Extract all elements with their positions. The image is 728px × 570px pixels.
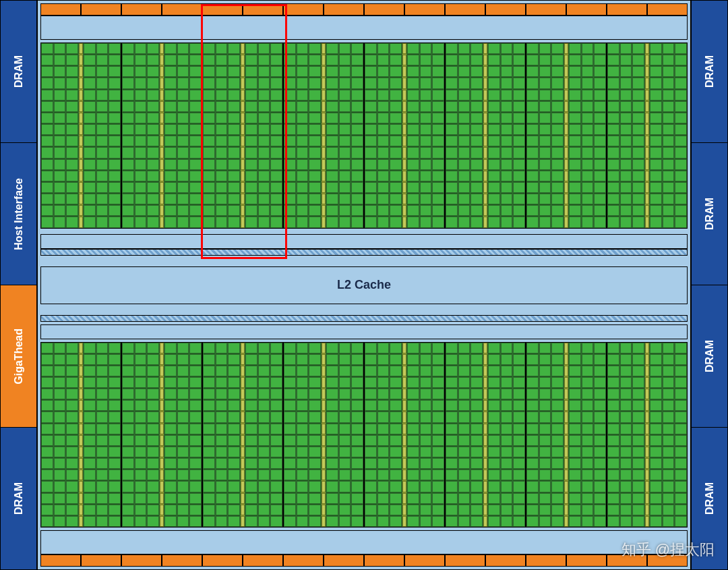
cuda-core xyxy=(650,113,662,123)
cuda-core xyxy=(109,136,121,146)
cuda-core xyxy=(377,411,390,422)
ldst-unit xyxy=(79,411,83,422)
cuda-core xyxy=(41,43,53,54)
cuda-core xyxy=(365,469,377,480)
cuda-core xyxy=(54,481,66,492)
cuda-core xyxy=(501,447,513,457)
cuda-core xyxy=(216,101,228,112)
ldst-unit xyxy=(564,493,568,504)
cuda-core xyxy=(432,136,444,146)
cuda-core xyxy=(297,458,309,469)
sm-core-column xyxy=(594,43,606,228)
cuda-core xyxy=(620,481,632,492)
cuda-core xyxy=(390,136,402,146)
cuda-core xyxy=(177,389,189,399)
cuda-core xyxy=(228,447,240,457)
cuda-core xyxy=(458,458,471,469)
cuda-core xyxy=(420,171,432,181)
memory-controller-bar-top xyxy=(40,3,688,16)
cuda-core xyxy=(258,424,270,434)
cuda-core xyxy=(270,55,282,65)
cuda-core xyxy=(270,66,282,77)
cuda-core xyxy=(526,205,539,216)
cuda-core xyxy=(594,354,606,365)
gigathread-label: GigaThead xyxy=(13,329,25,384)
gpc-half-top xyxy=(38,1,690,258)
cuda-core xyxy=(135,469,147,480)
ldst-unit xyxy=(160,400,164,411)
cuda-core xyxy=(177,458,189,469)
cuda-core xyxy=(284,411,296,422)
cuda-core xyxy=(582,90,594,101)
cuda-core xyxy=(407,400,419,411)
sm-core-column xyxy=(365,343,377,528)
cuda-core xyxy=(339,400,351,411)
cuda-core xyxy=(471,194,483,204)
ldst-unit xyxy=(645,147,649,158)
cuda-core xyxy=(551,43,564,54)
mem-segment xyxy=(202,3,243,16)
cuda-core xyxy=(41,389,53,399)
cuda-core xyxy=(650,424,662,434)
ldst-unit xyxy=(160,124,164,135)
cuda-core xyxy=(407,469,419,480)
cuda-core xyxy=(632,66,644,77)
ldst-unit xyxy=(564,447,568,457)
cuda-core xyxy=(189,194,202,204)
sm-ldst-column xyxy=(79,343,83,528)
cuda-core xyxy=(284,366,296,376)
cuda-core xyxy=(326,113,338,123)
cuda-core xyxy=(122,182,134,193)
cuda-core xyxy=(258,516,270,527)
cuda-core xyxy=(41,447,53,457)
cuda-core xyxy=(582,43,594,54)
cuda-core xyxy=(189,469,202,480)
ldst-unit xyxy=(645,505,649,515)
cuda-core xyxy=(407,194,419,204)
cuda-core xyxy=(84,343,96,353)
sm-core-column xyxy=(569,343,581,528)
cuda-core xyxy=(663,343,675,353)
cuda-core xyxy=(297,66,309,77)
cuda-core xyxy=(135,147,147,158)
cuda-core xyxy=(270,469,282,480)
cuda-core xyxy=(377,377,390,388)
cuda-core xyxy=(203,435,215,446)
cuda-core xyxy=(66,493,78,504)
cuda-core xyxy=(650,400,662,411)
cuda-core xyxy=(228,66,240,77)
cuda-core xyxy=(189,400,202,411)
cuda-core xyxy=(650,182,662,193)
cuda-core xyxy=(620,182,632,193)
cuda-core xyxy=(177,481,189,492)
cuda-core xyxy=(377,217,390,227)
cuda-core xyxy=(245,205,257,216)
gpu-core-area: L2 Cache xyxy=(37,0,691,570)
cuda-core xyxy=(147,78,159,88)
cuda-core xyxy=(203,205,215,216)
cuda-core xyxy=(620,493,632,504)
cuda-core xyxy=(675,505,687,515)
cuda-core xyxy=(216,78,228,88)
cuda-core xyxy=(663,205,675,216)
cuda-core xyxy=(594,377,606,388)
cuda-core xyxy=(390,354,402,365)
cuda-core xyxy=(54,400,66,411)
cuda-core xyxy=(446,78,458,88)
cuda-core xyxy=(446,447,458,457)
sm-core-column xyxy=(513,43,525,228)
cuda-core xyxy=(420,516,432,527)
cuda-core xyxy=(390,411,402,422)
cuda-core xyxy=(41,182,53,193)
cuda-core xyxy=(582,424,594,434)
cuda-core xyxy=(365,101,377,112)
cuda-core xyxy=(458,435,471,446)
ldst-unit xyxy=(402,366,406,376)
cuda-core xyxy=(458,516,471,527)
sm-core-column xyxy=(526,43,539,228)
cuda-core xyxy=(513,147,525,158)
cuda-core xyxy=(390,182,402,193)
cuda-core xyxy=(551,90,564,101)
cuda-core xyxy=(135,194,147,204)
cuda-core xyxy=(84,101,96,112)
